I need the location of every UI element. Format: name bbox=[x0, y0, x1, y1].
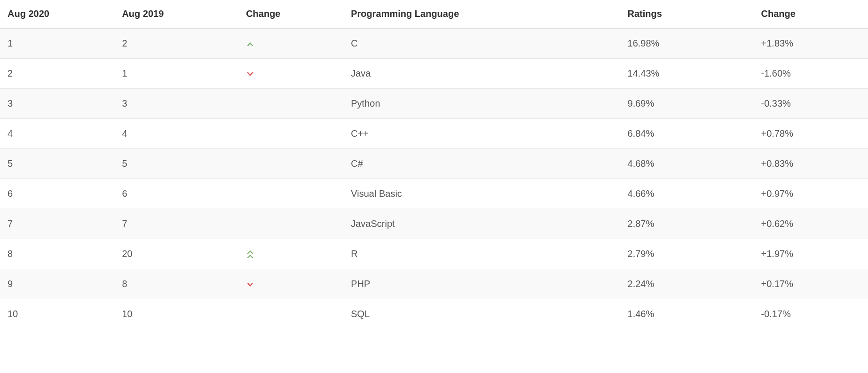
cell-trend bbox=[238, 149, 343, 179]
cell-aug2020: 10 bbox=[0, 299, 114, 329]
table-row: 820R2.79%+1.97% bbox=[0, 239, 868, 269]
cell-aug2020: 7 bbox=[0, 209, 114, 239]
rankings-table: Aug 2020 Aug 2019 Change Programming Lan… bbox=[0, 0, 868, 329]
cell-ratings: 2.24% bbox=[620, 269, 754, 299]
cell-ratings: 9.69% bbox=[620, 89, 754, 119]
cell-trend bbox=[238, 89, 343, 119]
table-row: 21Java14.43%-1.60% bbox=[0, 59, 868, 89]
double-chevron-up-icon bbox=[246, 249, 254, 259]
header-change: Change bbox=[754, 0, 868, 28]
cell-language: Visual Basic bbox=[343, 179, 620, 209]
cell-language: PHP bbox=[343, 269, 620, 299]
cell-aug2020: 2 bbox=[0, 59, 114, 89]
cell-trend bbox=[238, 269, 343, 299]
cell-language: Python bbox=[343, 89, 620, 119]
cell-language: JavaScript bbox=[343, 209, 620, 239]
cell-aug2019: 8 bbox=[114, 269, 238, 299]
cell-change: +1.83% bbox=[754, 28, 868, 59]
table-body: 12C16.98%+1.83%21Java14.43%-1.60%33Pytho… bbox=[0, 28, 868, 329]
table-row: 98PHP2.24%+0.17% bbox=[0, 269, 868, 299]
cell-trend bbox=[238, 299, 343, 329]
cell-trend bbox=[238, 119, 343, 149]
table-row: 77JavaScript2.87%+0.62% bbox=[0, 209, 868, 239]
cell-language: C++ bbox=[343, 119, 620, 149]
cell-trend bbox=[238, 239, 343, 269]
cell-ratings: 4.68% bbox=[620, 149, 754, 179]
table-row: 33Python9.69%-0.33% bbox=[0, 89, 868, 119]
cell-ratings: 2.87% bbox=[620, 209, 754, 239]
cell-aug2020: 1 bbox=[0, 28, 114, 59]
cell-language: C# bbox=[343, 149, 620, 179]
cell-language: C bbox=[343, 28, 620, 59]
cell-aug2019: 5 bbox=[114, 149, 238, 179]
table-row: 1010SQL1.46%-0.17% bbox=[0, 299, 868, 329]
cell-aug2020: 4 bbox=[0, 119, 114, 149]
cell-trend bbox=[238, 179, 343, 209]
header-change-icon: Change bbox=[238, 0, 343, 28]
cell-change: -0.17% bbox=[754, 299, 868, 329]
cell-ratings: 6.84% bbox=[620, 119, 754, 149]
cell-change: +0.78% bbox=[754, 119, 868, 149]
cell-aug2020: 6 bbox=[0, 179, 114, 209]
cell-aug2020: 8 bbox=[0, 239, 114, 269]
table-header: Aug 2020 Aug 2019 Change Programming Lan… bbox=[0, 0, 868, 28]
chevron-down-icon bbox=[246, 279, 254, 289]
cell-trend bbox=[238, 28, 343, 59]
cell-aug2019: 4 bbox=[114, 119, 238, 149]
cell-aug2019: 3 bbox=[114, 89, 238, 119]
cell-language: Java bbox=[343, 59, 620, 89]
cell-change: +0.17% bbox=[754, 269, 868, 299]
chevron-up-icon bbox=[246, 38, 254, 49]
cell-ratings: 4.66% bbox=[620, 179, 754, 209]
header-aug2020: Aug 2020 bbox=[0, 0, 114, 28]
cell-change: -0.33% bbox=[754, 89, 868, 119]
cell-change: +1.97% bbox=[754, 239, 868, 269]
table-row: 12C16.98%+1.83% bbox=[0, 28, 868, 59]
cell-change: +0.62% bbox=[754, 209, 868, 239]
cell-trend bbox=[238, 59, 343, 89]
header-language: Programming Language bbox=[343, 0, 620, 28]
header-aug2019: Aug 2019 bbox=[114, 0, 238, 28]
chevron-down-icon bbox=[246, 68, 254, 79]
cell-aug2019: 20 bbox=[114, 239, 238, 269]
table-row: 55C#4.68%+0.83% bbox=[0, 149, 868, 179]
cell-aug2020: 5 bbox=[0, 149, 114, 179]
cell-change: +0.97% bbox=[754, 179, 868, 209]
cell-ratings: 14.43% bbox=[620, 59, 754, 89]
cell-language: SQL bbox=[343, 299, 620, 329]
cell-change: -1.60% bbox=[754, 59, 868, 89]
cell-language: R bbox=[343, 239, 620, 269]
cell-aug2019: 2 bbox=[114, 28, 238, 59]
cell-change: +0.83% bbox=[754, 149, 868, 179]
table-row: 44C++6.84%+0.78% bbox=[0, 119, 868, 149]
cell-aug2019: 7 bbox=[114, 209, 238, 239]
cell-aug2019: 6 bbox=[114, 179, 238, 209]
cell-aug2019: 10 bbox=[114, 299, 238, 329]
cell-ratings: 1.46% bbox=[620, 299, 754, 329]
cell-ratings: 16.98% bbox=[620, 28, 754, 59]
table-row: 66Visual Basic4.66%+0.97% bbox=[0, 179, 868, 209]
header-ratings: Ratings bbox=[620, 0, 754, 28]
cell-ratings: 2.79% bbox=[620, 239, 754, 269]
cell-aug2020: 9 bbox=[0, 269, 114, 299]
cell-aug2019: 1 bbox=[114, 59, 238, 89]
cell-trend bbox=[238, 209, 343, 239]
cell-aug2020: 3 bbox=[0, 89, 114, 119]
